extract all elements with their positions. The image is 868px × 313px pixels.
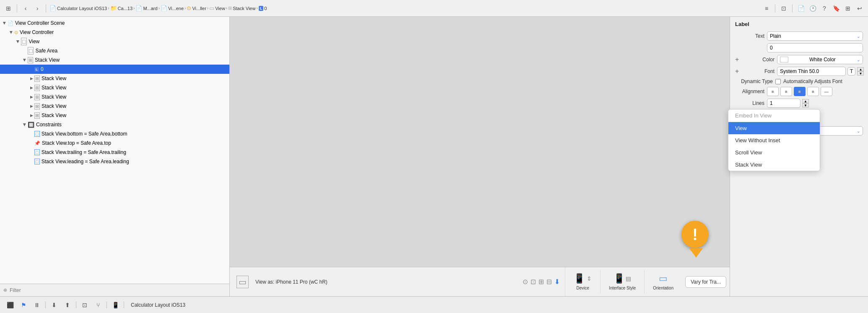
- dropdown-item-scroll-view[interactable]: Scroll View: [728, 146, 820, 159]
- breadcrumb-sep-3: ›: [159, 6, 160, 10]
- text-type-select[interactable]: Plain ⌄: [767, 31, 863, 41]
- dynamic-type-checkbox[interactable]: [775, 79, 781, 84]
- bottom-expand-icon[interactable]: ⬛: [5, 300, 15, 310]
- text-type-value: Plain: [770, 33, 781, 39]
- c2-label: Stack View.top = Safe Area.top: [42, 140, 111, 146]
- align-right-button[interactable]: —: [821, 87, 832, 96]
- grid-icon[interactable]: ⊞: [3, 3, 13, 13]
- font-stepper[interactable]: ▲ ▼: [857, 67, 864, 76]
- back-button[interactable]: ‹: [21, 3, 31, 13]
- nav-item-c1[interactable]: □ Stack View.bottom = Safe Area.bottom: [0, 129, 229, 138]
- nav-item-sv5[interactable]: ▶ ⊞ Stack View: [0, 111, 229, 120]
- align-center-left-button[interactable]: ≡: [780, 87, 792, 96]
- lines-field-label: Lines: [735, 100, 764, 106]
- nav-item-c2[interactable]: 📌 Stack View.top = Safe Area.top: [0, 138, 229, 148]
- align-left-button[interactable]: ≡: [767, 87, 779, 96]
- vc-arrow: ▶: [9, 29, 13, 35]
- lines-stepper-down[interactable]: ▼: [802, 103, 809, 107]
- nav-item-scene[interactable]: ▶ 📄 View Controller Scene: [0, 18, 229, 28]
- breadcrumb: 📄 Calculator Layout iOS13 › 📁 Ca...13 › …: [49, 5, 760, 11]
- breadcrumb-item-8[interactable]: L 0: [259, 6, 267, 11]
- main-layout: ▶ 📄 View Controller Scene ▶ ⊙ View Contr…: [0, 17, 868, 296]
- top-toolbar: ⊞ ‹ › 📄 Calculator Layout iOS13 › 📁 Ca..…: [0, 0, 868, 17]
- forward-button[interactable]: ›: [32, 3, 42, 13]
- nav-item-label-0[interactable]: L 0: [0, 65, 229, 74]
- nav-item-c4[interactable]: □ Stack View.leading = Safe Area.leading: [0, 157, 229, 166]
- constraints-folder-label: Constraints: [36, 122, 62, 128]
- panel-icon[interactable]: ⊡: [779, 3, 789, 13]
- color-chevron: ⌄: [857, 57, 860, 62]
- breadcrumb-item-1[interactable]: 📄 Calculator Layout iOS13: [49, 5, 107, 11]
- canvas-tools: ⊙ ⊡ ⊞ ⊟ ⬇: [522, 278, 560, 286]
- bottom-branch-icon[interactable]: ⑂: [93, 300, 103, 310]
- breadcrumb-item-7[interactable]: ⊞ Stack View: [228, 5, 255, 11]
- device-sections: 📱 ⇕ Device 📱 ▤ Interface Style ▭: [565, 267, 682, 296]
- back-icon[interactable]: ↩: [855, 3, 865, 13]
- canvas-fit-icon[interactable]: ⊡: [530, 278, 536, 286]
- font-T-button[interactable]: T: [847, 67, 855, 76]
- bottom-ul-icon[interactable]: ⬆: [62, 300, 73, 310]
- breadcrumb-item-5[interactable]: ⊙ Vi...ller: [187, 5, 206, 11]
- nav-item-vc[interactable]: ▶ ⊙ View Controller: [0, 28, 229, 37]
- canvas-download-icon[interactable]: ⬇: [554, 278, 560, 286]
- clock-icon[interactable]: 🕐: [808, 3, 818, 13]
- font-stepper-down[interactable]: ▼: [857, 71, 864, 76]
- question-icon[interactable]: ?: [819, 3, 829, 13]
- device-selector[interactable]: 📱 ⇕ Device: [565, 270, 600, 294]
- color-plus: +: [735, 56, 742, 63]
- sv2-icon: ⊞: [34, 85, 40, 91]
- filter-input[interactable]: [10, 287, 226, 293]
- lines-input[interactable]: [767, 99, 800, 108]
- bottom-pause-icon[interactable]: ⏸: [32, 300, 42, 310]
- align-center-right-button[interactable]: ≡: [807, 87, 819, 96]
- lines-stepper[interactable]: ▲ ▼: [802, 99, 809, 107]
- inspector-icon[interactable]: ⊞: [843, 3, 853, 13]
- sv3-label: Stack View: [42, 94, 66, 100]
- nav-item-view[interactable]: ▶ □ View: [0, 37, 229, 46]
- canvas-arrange-icon[interactable]: ⊟: [546, 278, 552, 286]
- panel-toggle[interactable]: ▭: [233, 276, 252, 288]
- breadcrumb-item-2[interactable]: 📁 Ca...13: [110, 5, 133, 11]
- toolbar-separator-2: [46, 4, 46, 13]
- nav-item-stackview-main[interactable]: ▶ ⊞ Stack View: [0, 55, 229, 65]
- bottom-sep-2: [76, 302, 76, 308]
- orientation-selector[interactable]: ▭ Orientation: [645, 270, 682, 294]
- dropdown-item-view-without-inset[interactable]: View Without Inset: [728, 134, 820, 146]
- bottom-flag-icon[interactable]: ⚑: [18, 300, 29, 310]
- canvas-zoom-icon[interactable]: ⊞: [538, 278, 544, 286]
- bottom-dl-icon[interactable]: ⬇: [49, 300, 59, 310]
- bookmark-icon[interactable]: 🔖: [831, 3, 841, 13]
- nav-item-sv2[interactable]: ▶ ⊞ Stack View: [0, 83, 229, 92]
- view-as-label: View as: iPhone 11 Pro (wC hR): [252, 279, 522, 285]
- lines-icon[interactable]: ≡: [761, 3, 772, 13]
- breadcrumb-sep-1: ›: [108, 6, 109, 10]
- breadcrumb-item-6[interactable]: ▭ View: [209, 5, 225, 11]
- text-input-field[interactable]: [767, 43, 863, 52]
- breadcrumb-item-3[interactable]: 📄 M...ard: [135, 5, 157, 11]
- breadcrumb-item-4[interactable]: 📄 Vi...ene: [161, 5, 184, 11]
- nav-item-sv1[interactable]: ▶ ⊞ Stack View: [0, 74, 229, 83]
- dropdown-item-stack-view[interactable]: Stack View: [728, 159, 820, 171]
- nav-item-sv4[interactable]: ▶ ⊞ Stack View: [0, 102, 229, 111]
- warning-circle: !: [681, 221, 709, 248]
- font-stepper-up[interactable]: ▲: [857, 67, 864, 71]
- bottom-panel-icon[interactable]: ⊡: [80, 300, 90, 310]
- align-center-button[interactable]: ≡: [794, 87, 806, 96]
- nav-item-constraints-folder[interactable]: ▶ 🔲 Constraints: [0, 120, 229, 129]
- nav-item-c3[interactable]: □ Stack View.trailing = Safe Area.traili…: [0, 148, 229, 157]
- dropdown-item-view[interactable]: View: [728, 122, 820, 134]
- lines-field-row: Lines ▲ ▼: [735, 99, 863, 108]
- file-icon-r[interactable]: 📄: [796, 3, 806, 13]
- vary-button[interactable]: Vary for Tra...: [685, 276, 726, 288]
- color-value: White Color: [809, 57, 836, 63]
- nav-item-safearea[interactable]: □ Safe Area: [0, 46, 229, 55]
- nav-item-sv3[interactable]: ▶ ⊞ Stack View: [0, 92, 229, 102]
- interface-style-selector[interactable]: 📱 ▤ Interface Style: [600, 270, 645, 294]
- lines-stepper-up[interactable]: ▲: [802, 99, 809, 103]
- scene-icon: 📄: [8, 21, 13, 26]
- font-input-field[interactable]: [777, 67, 846, 76]
- panel-toggle-icon[interactable]: ▭: [236, 276, 249, 288]
- bottom-device-icon[interactable]: 📱: [110, 300, 120, 310]
- color-select[interactable]: White Color ⌄: [777, 55, 863, 64]
- canvas-refresh-icon[interactable]: ⊙: [522, 278, 528, 286]
